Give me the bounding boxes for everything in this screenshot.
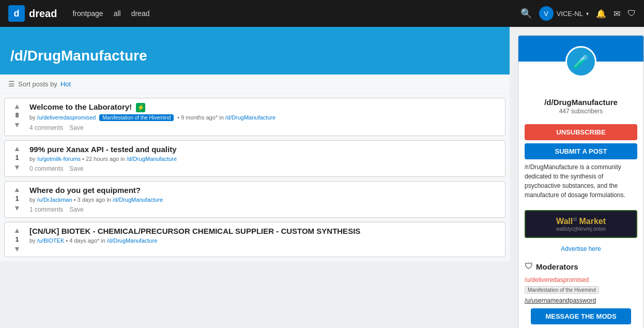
community-name: /d/DrugManufacture [525,98,637,107]
post-title[interactable]: Welcome to the Laboratory! ⚡ [29,102,501,112]
post-meta: by /u/DrJackman • 3 days ago in /d/DrugM… [29,197,501,203]
post-content: [CN/UK] BIOTEK - CHEMICAL/PRECURSOR CHEM… [29,227,501,252]
main-content: /d/DrugManufacture ☰ Sort posts by Hot ▲… [0,27,510,328]
post-actions: 4 comments Save [29,124,501,131]
ad-superscript: st [573,216,577,222]
message-mods-button[interactable]: MESSAGE THE MODS [531,308,631,324]
nav-dread[interactable]: dread [131,9,150,18]
vote-count: 1 [16,236,19,243]
unsubscribe-button[interactable]: UNSUBSCRIBE [525,124,637,140]
title-badge: ⚡ [136,103,145,112]
subreddit-link[interactable]: /d/DrugManufacture [127,156,177,162]
shield-icon: 🛡 [525,262,533,271]
vote-column: ▲ 8 ▼ [9,102,25,131]
shield-icon[interactable]: 🛡 [627,9,636,18]
subreddit-banner: /d/DrugManufacture [0,27,510,74]
subreddit-link[interactable]: /d/DrugManufacture [107,237,157,244]
community-card: 🧪 /d/DrugManufacture 447 subscribers UNS… [518,35,644,328]
community-info: /d/DrugManufacture 447 subscribers [518,77,643,121]
navbar-right: 🔍 V VICE-NL ▾ 🔔 ✉ 🛡 [520,6,636,21]
post-card: ▲ 1 ▼ Where do you get equipment? by /u/… [4,181,505,218]
post-card: ▲ 1 ▼ 99% pure Xanax API - tested and qu… [4,140,505,177]
post-content: Where do you get equipment? by /u/DrJack… [29,186,501,213]
post-meta: by /u/gotmilk-forums • 22 hours ago in /… [29,156,501,162]
downvote-button[interactable]: ▼ [13,204,21,212]
vote-count: 1 [16,154,19,161]
notifications-icon[interactable]: 🔔 [596,9,606,19]
comments-link[interactable]: 0 comments [29,165,63,172]
moderators-title: 🛡 Moderators [525,262,637,271]
subreddit-link[interactable]: /d/DrugManufacture [113,197,163,203]
author-link[interactable]: /u/DrJackman [37,197,72,203]
sidebar: 🧪 /d/DrugManufacture 447 subscribers UNS… [510,27,644,328]
vote-count: 8 [16,112,19,119]
ad-title: Wallst Market [532,216,630,226]
subreddit-link[interactable]: /d/DrugManufacture [225,114,275,121]
post-content: 99% pure Xanax API - tested and quality … [29,145,501,172]
search-button[interactable]: 🔍 [520,8,532,19]
mod-flair-1: Manifestation of the Hivemind [525,286,599,294]
mod-link-2[interactable]: /u/usernameandpassword [525,297,637,304]
posts-container: ▲ 8 ▼ Welcome to the Laboratory! ⚡ by /u… [0,94,510,261]
submit-post-button[interactable]: SUBMIT A POST [525,143,637,159]
logo-icon: d [8,5,25,22]
ad-url: wallstyizjhkrvmj.onion [532,226,630,232]
post-content: Welcome to the Laboratory! ⚡ by /u/deliv… [29,102,501,131]
upvote-button[interactable]: ▲ [13,227,21,234]
downvote-button[interactable]: ▼ [13,163,21,171]
user-menu[interactable]: V VICE-NL ▾ [539,6,589,21]
advertise-link[interactable]: Advertise here [518,242,643,256]
nav-all[interactable]: all [114,9,121,18]
save-button[interactable]: Save [69,165,83,172]
post-actions: 1 comments Save [29,206,501,213]
page-wrapper: /d/DrugManufacture ☰ Sort posts by Hot ▲… [0,27,644,328]
upvote-button[interactable]: ▲ [13,186,21,193]
vote-count: 1 [16,195,19,202]
sort-icon: ☰ [8,80,15,88]
site-logo[interactable]: d dread [8,5,57,22]
downvote-button[interactable]: ▼ [13,121,21,128]
author-link[interactable]: /u/BIOTEK [37,237,65,244]
subscriber-count: 447 subscribers [525,108,637,115]
post-title[interactable]: 99% pure Xanax API - tested and quality [29,145,501,154]
nav-frontpage[interactable]: frontpage [72,9,103,18]
mail-icon[interactable]: ✉ [614,9,620,19]
post-meta: by /u/BIOTEK • 4 days ago* in /d/DrugMan… [29,237,501,244]
post-card: ▲ 8 ▼ Welcome to the Laboratory! ⚡ by /u… [4,98,505,136]
vote-column: ▲ 1 ▼ [9,186,25,213]
downvote-button[interactable]: ▼ [13,245,21,252]
save-button[interactable]: Save [69,124,83,131]
comments-link[interactable]: 4 comments [29,124,63,131]
author-link[interactable]: /u/gotmilk-forums [37,156,81,162]
navbar: d dread frontpage all dread 🔍 V VICE-NL … [0,0,644,27]
sort-hot[interactable]: Hot [60,80,71,88]
mod-link-1[interactable]: /u/deliveredaspromised [525,276,637,284]
save-button[interactable]: Save [69,206,83,213]
vote-column: ▲ 1 ▼ [9,227,25,252]
community-avatar-icon: 🧪 [573,54,589,70]
logo-text: dread [29,8,57,20]
flair-badge: Manifestation of the Hivemind [99,114,174,121]
sort-bar: ☰ Sort posts by Hot [0,74,510,94]
upvote-button[interactable]: ▲ [13,102,21,110]
community-description: /r/DrugManufacture is a community dedica… [518,162,643,206]
post-title[interactable]: Where do you get equipment? [29,186,501,195]
post-actions: 0 comments Save [29,165,501,172]
ad-banner: Wallst Market wallstyizjhkrvmj.onion [525,210,637,238]
comments-link[interactable]: 1 comments [29,206,63,213]
subreddit-title: /d/DrugManufacture [10,48,499,64]
vote-column: ▲ 1 ▼ [9,145,25,172]
upvote-button[interactable]: ▲ [13,145,21,152]
author-link[interactable]: /u/deliveredaspromised [37,114,96,121]
sort-label: Sort posts by [18,80,57,88]
avatar: V [539,6,554,21]
community-avatar: 🧪 [565,46,596,77]
post-card: ▲ 1 ▼ [CN/UK] BIOTEK - CHEMICAL/PRECURSO… [4,222,505,257]
post-meta: by /u/deliveredaspromised Manifestation … [29,114,501,121]
username-label: VICE-NL [557,10,583,18]
nav-links: frontpage all dread [72,9,149,18]
chevron-down-icon: ▾ [586,11,589,17]
moderators-section: 🛡 Moderators /u/deliveredaspromised Mani… [518,256,643,328]
post-title[interactable]: [CN/UK] BIOTEK - CHEMICAL/PRECURSOR CHEM… [29,227,501,235]
